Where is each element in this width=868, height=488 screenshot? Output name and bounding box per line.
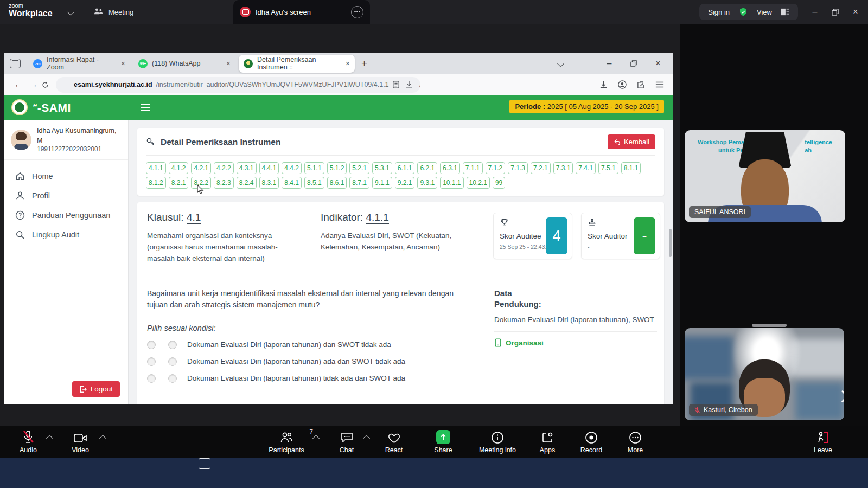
account-icon[interactable] <box>618 80 627 89</box>
instrument-chip-5.3.1[interactable]: 5.3.1 <box>372 162 392 174</box>
instrument-chip-4.4.2[interactable]: 4.4.2 <box>282 162 302 174</box>
video-button[interactable]: Video <box>63 429 98 454</box>
meeting-info-button[interactable]: Meeting info <box>473 429 522 454</box>
instrument-chip-8.6.1[interactable]: 8.6.1 <box>327 177 347 189</box>
instrument-chip-7.1.3[interactable]: 7.1.3 <box>508 162 528 174</box>
organisasi-link[interactable]: Organisasi <box>494 338 657 347</box>
audio-options-chevron-icon[interactable] <box>46 435 53 442</box>
instrument-chip-10.2.1[interactable]: 10.2.1 <box>467 177 490 189</box>
close-tab-icon[interactable]: × <box>346 59 350 68</box>
instrument-chip-6.2.1[interactable]: 6.2.1 <box>417 162 437 174</box>
task-view-icon[interactable] <box>199 458 210 469</box>
address-bar[interactable]: esami.syekhnurjati.ac.id/instrumen/butir… <box>56 77 420 93</box>
video-tile-saiful[interactable]: Workshop Pemantelligence untuk Peah SAIF… <box>685 130 845 222</box>
sidebar-toggle-icon[interactable] <box>141 102 150 112</box>
instrument-chip-7.5.1[interactable]: 7.5.1 <box>598 162 618 174</box>
new-tab-button[interactable]: + <box>361 57 367 69</box>
audio-button[interactable]: Audio <box>11 429 46 454</box>
instrument-chip-8.4.1[interactable]: 8.4.1 <box>282 177 302 189</box>
instrument-chip-8.1.2[interactable]: 8.1.2 <box>146 177 166 189</box>
record-button[interactable]: Record <box>571 429 612 454</box>
participants-button[interactable]: 7 Participants <box>266 429 307 454</box>
tab-shared-screen[interactable]: Idha Ayu's screen <box>233 0 370 24</box>
sign-in-button[interactable]: Sign in <box>708 8 730 16</box>
apps-button[interactable]: Apps <box>532 429 563 454</box>
reload-button[interactable] <box>41 81 49 89</box>
leave-button[interactable]: Leave <box>804 429 842 454</box>
auditee-radio[interactable] <box>147 357 156 366</box>
browser-tab-zoom[interactable]: zm Informasi Rapat - Zoom × <box>28 55 130 72</box>
app-brand[interactable]: e-SAMI <box>4 95 129 120</box>
instrument-chip-5.2.1[interactable]: 5.2.1 <box>349 162 369 174</box>
reader-mode-icon[interactable] <box>393 81 399 88</box>
save-page-icon[interactable] <box>405 81 413 88</box>
instrument-chip-7.1.1[interactable]: 7.1.1 <box>463 162 483 174</box>
instrument-chip-4.1.2[interactable]: 4.1.2 <box>169 162 189 174</box>
close-tab-icon[interactable]: × <box>226 59 231 68</box>
video-tile-kasturi[interactable]: Kasturi, Cirebon <box>685 328 844 420</box>
chat-button[interactable]: Chat <box>332 429 361 454</box>
instrument-chip-99[interactable]: 99 <box>493 177 505 189</box>
sidebar-item-profil[interactable]: Profil <box>4 186 128 206</box>
instrument-chip-9.3.1[interactable]: 9.3.1 <box>417 177 437 189</box>
instrument-chip-9.2.1[interactable]: 9.2.1 <box>395 177 415 189</box>
instrument-chip-8.1.1[interactable]: 8.1.1 <box>621 162 641 174</box>
instrument-chip-8.7.1[interactable]: 8.7.1 <box>349 177 369 189</box>
auditor-radio[interactable] <box>168 341 177 349</box>
chevron-down-icon[interactable] <box>67 9 74 16</box>
instrument-chip-4.3.1[interactable]: 4.3.1 <box>237 162 257 174</box>
downloads-icon[interactable] <box>599 81 608 89</box>
browser-tab-esami[interactable]: Detail Pemeriksaan Instrumen :: × <box>239 55 355 73</box>
share-button[interactable]: Share <box>427 429 459 454</box>
instrument-chip-7.2.1[interactable]: 7.2.1 <box>531 162 551 174</box>
browser-scrollbar[interactable] <box>669 229 672 257</box>
browser-close-button[interactable]: × <box>651 59 665 68</box>
instrument-chip-6.3.1[interactable]: 6.3.1 <box>440 162 460 174</box>
extensions-icon[interactable] <box>637 81 645 89</box>
tab-meeting[interactable]: Meeting <box>93 0 133 24</box>
auditee-radio[interactable] <box>147 341 156 349</box>
instrument-chip-10.1.1[interactable]: 10.1.1 <box>440 177 463 189</box>
react-button[interactable]: React <box>378 429 410 454</box>
auditor-radio[interactable] <box>168 374 177 383</box>
instrument-chip-4.2.1[interactable]: 4.2.1 <box>191 162 211 174</box>
minimize-button[interactable]: – <box>808 7 822 17</box>
auditee-radio[interactable] <box>147 374 156 383</box>
instrument-chip-7.1.2[interactable]: 7.1.2 <box>486 162 506 174</box>
instrument-chip-5.1.1[interactable]: 5.1.1 <box>304 162 324 174</box>
view-button[interactable]: View <box>757 8 772 16</box>
translate-icon[interactable]: Aa <box>419 81 420 88</box>
sidebar-item-home[interactable]: Home <box>4 166 128 186</box>
klausul-code[interactable]: 4.1 <box>187 211 201 224</box>
kembali-button[interactable]: Kembali <box>608 134 655 149</box>
tab-overflow-chevron-icon[interactable] <box>557 60 564 67</box>
instrument-chip-4.4.1[interactable]: 4.4.1 <box>259 162 279 174</box>
restore-button[interactable] <box>832 9 839 16</box>
instrument-chip-7.4.1[interactable]: 7.4.1 <box>576 162 596 174</box>
browser-tab-whatsapp[interactable]: 99+ (118) WhatsApp × <box>133 55 235 72</box>
instrument-chip-9.1.1[interactable]: 9.1.1 <box>372 177 392 189</box>
tab-options-icon[interactable] <box>351 6 363 18</box>
tab-list-icon[interactable] <box>10 59 21 68</box>
auditor-radio[interactable] <box>168 357 177 366</box>
sidebar-item-panduan[interactable]: Panduan Penggunaan <box>4 206 128 225</box>
instrument-chip-6.1.1[interactable]: 6.1.1 <box>395 162 415 174</box>
instrument-chip-4.2.2[interactable]: 4.2.2 <box>214 162 234 174</box>
sidebar-item-lingkup-audit[interactable]: Lingkup Audit <box>4 225 128 245</box>
participants-chevron-icon[interactable] <box>312 435 320 442</box>
panel-drag-handle[interactable] <box>752 324 787 327</box>
security-shield-icon[interactable] <box>738 7 748 17</box>
browser-minimize-button[interactable]: – <box>602 59 616 68</box>
forward-button[interactable]: → <box>26 80 41 89</box>
logout-button[interactable]: Logout <box>72 381 120 397</box>
instrument-chip-8.2.4[interactable]: 8.2.4 <box>237 177 257 189</box>
instrument-chip-7.3.1[interactable]: 7.3.1 <box>553 162 573 174</box>
instrument-chip-5.1.2[interactable]: 5.1.2 <box>327 162 347 174</box>
browser-restore-button[interactable] <box>630 60 637 67</box>
instrument-chip-8.5.1[interactable]: 8.5.1 <box>304 177 324 189</box>
instrument-chip-8.3.1[interactable]: 8.3.1 <box>259 177 279 189</box>
instrument-chip-8.2.1[interactable]: 8.2.1 <box>169 177 189 189</box>
more-button[interactable]: More <box>620 429 651 454</box>
back-button[interactable]: ← <box>11 80 26 89</box>
close-button[interactable]: × <box>848 7 863 17</box>
